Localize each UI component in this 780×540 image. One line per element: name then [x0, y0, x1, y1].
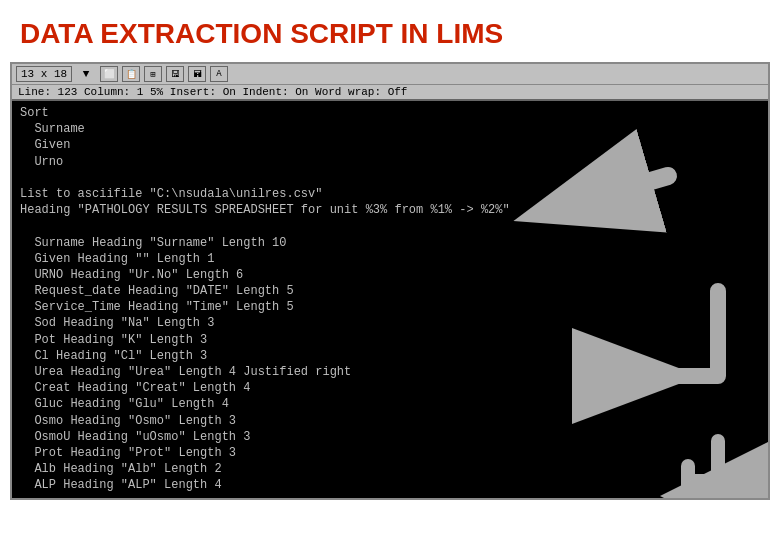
toolbar-btn-2[interactable]: 📋 [122, 66, 140, 82]
toolbar-btn-4[interactable]: 🖫 [166, 66, 184, 82]
terminal-body: Sort Surname Given Urno List to asciifil… [12, 101, 768, 498]
code-line-18: Gluc Heading "Glu" Length 4 [20, 396, 760, 412]
code-line-19: Osmo Heading "Osmo" Length 3 [20, 413, 760, 429]
code-line-17: Creat Heading "Creat" Length 4 [20, 380, 760, 396]
code-line-0: Sort [20, 105, 760, 121]
code-line-10: URNO Heading "Ur.No" Length 6 [20, 267, 760, 283]
code-line-21: Prot Heading "Prot" Length 3 [20, 445, 760, 461]
code-line-2: Given [20, 137, 760, 153]
code-line-8: Surname Heading "Surname" Length 10 [20, 235, 760, 251]
page-title: DATA EXTRACTION SCRIPT IN LIMS [0, 0, 780, 62]
separator: ▼ [76, 68, 96, 80]
terminal-wrapper: 13 x 18 ▼ ⬜ 📋 ⊞ 🖫 🖬 A Line: 123 Column: … [10, 62, 770, 500]
arrow-rightangle-icon [658, 286, 738, 396]
arrow-downleft-icon [668, 431, 738, 498]
toolbar-btn-1[interactable]: ⬜ [100, 66, 118, 82]
code-line-16: Urea Heading "Urea" Length 4 Justified r… [20, 364, 760, 380]
toolbar-btn-6[interactable]: A [210, 66, 228, 82]
code-line-20: OsmoU Heading "uOsmo" Length 3 [20, 429, 760, 445]
code-line-12: Service_Time Heading "Time" Length 5 [20, 299, 760, 315]
code-line-15: Cl Heading "Cl" Length 3 [20, 348, 760, 364]
toolbar-btn-3[interactable]: ⊞ [144, 66, 162, 82]
code-line-1: Surname [20, 121, 760, 137]
code-line-11: Request_date Heading "DATE" Length 5 [20, 283, 760, 299]
code-line-13: Sod Heading "Na" Length 3 [20, 315, 760, 331]
code-line-22: Alb Heading "Alb" Length 2 [20, 461, 760, 477]
toolbar-btn-5[interactable]: 🖬 [188, 66, 206, 82]
terminal-statusbar: Line: 123 Column: 1 5% Insert: On Indent… [12, 85, 768, 101]
code-line-23: ALP Heading "ALP" Length 4 [20, 477, 760, 493]
arrow-diagonal-icon [518, 166, 678, 226]
code-line-14: Pot Heading "K" Length 3 [20, 332, 760, 348]
size-label: 13 x 18 [16, 66, 72, 82]
terminal-titlebar: 13 x 18 ▼ ⬜ 📋 ⊞ 🖫 🖬 A [12, 64, 768, 85]
code-line-9: Given Heading "" Length 1 [20, 251, 760, 267]
